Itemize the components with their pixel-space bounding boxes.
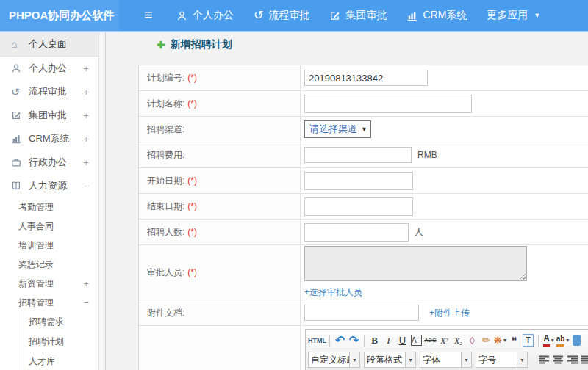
emotion-icon[interactable] [573,335,581,346]
chevron-down-icon: ▾ [551,337,554,344]
chevron-down-icon[interactable]: ▾ [461,352,471,367]
attachment-input[interactable] [304,305,419,321]
redo-icon[interactable]: ↷ [347,333,361,348]
align-left-icon[interactable] [537,352,551,367]
sidebar-item-training[interactable]: 培训管理 [0,236,98,255]
form-row-plan-name: 计划名称:(*) [139,91,588,117]
nav-personal-office[interactable]: 个人办公 [176,9,234,22]
sidebar-item-label: 流程审批 [29,85,67,98]
expand-icon[interactable]: + [83,63,89,74]
chevron-down-icon[interactable]: ▾ [349,352,359,367]
strikethrough-button[interactable]: ABC [423,333,437,348]
sidebar-scrollbar[interactable] [99,32,106,370]
form-row-end-date: 结束日期:(*) [139,194,588,220]
nav-workflow-approval[interactable]: ↺ 流程审批 [254,9,309,22]
align-center-icon[interactable] [551,352,565,367]
approver-textarea[interactable] [304,246,527,281]
collapse-icon[interactable]: − [83,297,89,308]
sidebar-item-salary[interactable]: 薪资管理 + [0,274,98,293]
underline-button[interactable]: U [395,333,409,348]
field-label: 结束日期:(*) [139,194,301,219]
field-label [139,326,301,370]
field-label: 招聘费用: [139,142,301,167]
align-justify-icon[interactable] [579,352,588,367]
sidebar-item-admin-office[interactable]: 行政办公 + [0,150,98,174]
undo-icon[interactable]: ↶ [333,333,347,348]
sidebar: ⌂ 个人桌面 个人办公 + ↺ 流程审批 + 集团审批 + CRM系统 [0,32,99,370]
sidebar-item-hr-contract[interactable]: 人事合同 [0,217,98,236]
font-color-button[interactable]: A▾ [542,333,556,348]
end-date-input[interactable] [304,197,413,216]
edit-icon [11,110,24,120]
expand-icon[interactable]: + [83,157,89,168]
form-row-content-editor: HTML ↶ ↷ B I U A ABC X² X₂ ◊ [139,326,588,370]
nav-label: 流程审批 [268,9,309,22]
plan-name-input[interactable] [304,95,472,113]
sidebar-item-label: 个人桌面 [29,37,67,51]
page-title-text: 新增招聘计划 [171,38,232,51]
top-nav-menu: 个人办公 ↺ 流程审批 集团审批 CRM系统 更多应用 ▼ [176,0,540,31]
sidebar-item-recruit-plan[interactable]: 招聘计划 [21,332,98,352]
html-source-button[interactable]: HTML [308,333,326,348]
count-unit: 人 [415,226,423,239]
sidebar-item-label: 集团审批 [29,109,67,122]
process-icon: ↺ [11,86,24,98]
expand-icon[interactable]: + [83,87,89,98]
font-size-dropdown[interactable]: 字号 ▾ [476,352,528,368]
edit-icon [329,10,340,21]
sidebar-item-group-approval[interactable]: 集团审批 + [0,104,98,127]
start-date-input[interactable] [304,172,413,190]
add-icon: ✚ [157,39,165,51]
collapse-icon[interactable]: − [83,181,89,192]
person-icon [11,63,24,73]
bold-button[interactable]: B [368,333,381,348]
sidebar-item-workflow-approval[interactable]: ↺ 流程审批 + [0,80,98,104]
sidebar-item-label: CRM系统 [29,132,70,145]
currency-unit: RMB [417,150,437,160]
sidebar-item-recruit-demand[interactable]: 招聘需求 [21,312,98,332]
italic-button[interactable]: I [381,333,395,348]
main-content: ✚ 新增招聘计划 计划编号:(*) 计划名称:(*) 招聘渠道: 请 [107,32,588,370]
sidebar-item-desktop[interactable]: ⌂ 个人桌面 [0,32,98,57]
expand-icon[interactable]: + [83,134,89,145]
chevron-down-icon[interactable]: ▾ [517,352,527,367]
paste-plain-text-icon[interactable]: T [523,334,534,347]
chevron-down-icon[interactable]: ▾ [405,352,415,367]
head-count-input[interactable] [304,223,409,242]
format-brush-icon[interactable]: ✏ [479,333,493,348]
field-label: 招聘人数:(*) [139,220,301,244]
select-approver-link[interactable]: +选择审批人员 [304,286,362,299]
custom-title-dropdown[interactable]: 自定义标题 ▾ [308,352,360,368]
sidebar-item-personal-office[interactable]: 个人办公 + [0,57,98,80]
font-family-dropdown[interactable]: 字体 ▾ [420,352,472,368]
channel-select[interactable]: 请选择渠道 ▼ [304,120,371,138]
nav-crm-system[interactable]: CRM系统 [406,9,467,22]
highlight-color-button[interactable]: ab▾ [556,333,570,348]
sidebar-item-reward-record[interactable]: 奖惩记录 [0,255,98,274]
expand-icon[interactable]: + [83,110,89,121]
superscript-button[interactable]: X² [437,333,451,348]
expand-icon[interactable]: + [83,278,89,289]
subscript-button[interactable]: X₂ [451,333,465,348]
bar-chart-icon [406,10,417,21]
field-label: 附件文档: [139,300,301,325]
menu-toggle-icon[interactable]: ≡ [144,0,153,31]
resize-grip-icon[interactable] [518,272,526,280]
nav-group-approval[interactable]: 集团审批 [329,9,387,22]
align-right-icon[interactable] [565,352,579,367]
autoformat-icon[interactable]: ❋▾ [493,333,507,348]
attachment-upload-link[interactable]: +附件上传 [429,307,470,319]
font-border-button[interactable]: A [411,335,422,346]
sidebar-item-recruit-mgmt[interactable]: 招聘管理 − [0,293,98,312]
sidebar-item-hr[interactable]: 人力资源 − [0,174,98,197]
sidebar-item-attendance[interactable]: 考勤管理 [0,197,98,217]
paragraph-format-dropdown[interactable]: 段落格式 ▾ [364,352,416,368]
sidebar-item-talent-pool[interactable]: 人才库 [21,352,98,370]
nav-more-apps[interactable]: 更多应用 ▼ [487,9,540,22]
cost-input[interactable] [304,147,412,163]
eraser-icon[interactable]: ◊ [465,333,479,348]
plan-no-input[interactable] [304,70,428,86]
blockquote-icon[interactable]: ❝ [507,333,521,348]
sidebar-item-crm[interactable]: CRM系统 + [0,127,98,150]
editor-toolbar-row2: 自定义标题 ▾ 段落格式 ▾ 字体 ▾ [308,351,588,369]
